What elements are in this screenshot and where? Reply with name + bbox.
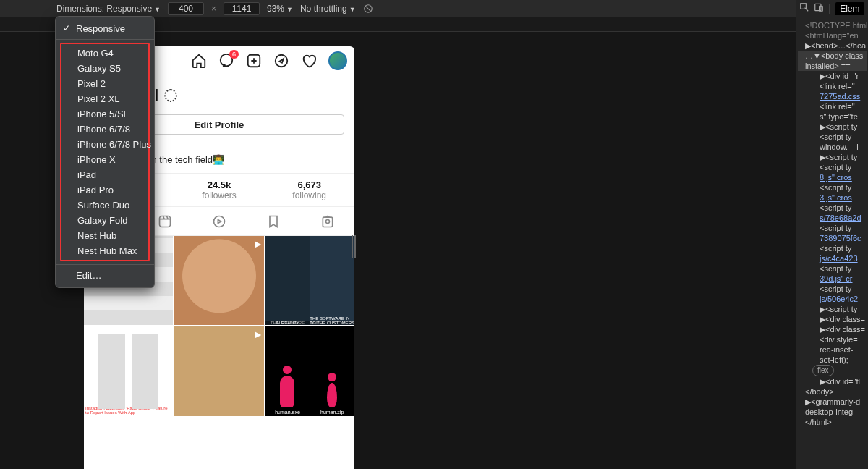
elements-tree[interactable]: <!DOCTYPE html<html lang="en▶<head>…</he… [796,17,868,430]
device-option[interactable]: Galaxy Fold [61,213,148,228]
device-toggle-icon[interactable] [814,2,824,15]
tab-video[interactable] [192,207,247,235]
post-thumb[interactable]: human.exe human.zip [265,326,354,415]
video-indicator-icon: ▶ [255,329,261,339]
elements-tab[interactable]: Elem [835,2,864,15]
device-option[interactable]: Surface Duo [61,198,148,213]
device-option[interactable]: Pixel 2 [61,76,148,91]
profile-avatar-icon[interactable] [328,51,347,70]
devtools-panel: | Elem <!DOCTYPE html<html lang="en▶<hea… [796,0,868,469]
rotate-icon[interactable] [363,4,373,14]
tab-tagged[interactable] [300,207,354,235]
stat-following[interactable]: 6,673following [264,174,354,206]
activity-icon[interactable] [301,53,317,69]
dimensions-dropdown[interactable]: Dimensions: Responsive▼ [56,4,161,14]
svg-point-6 [213,216,224,227]
post-thumb[interactable]: ▶ [174,326,263,415]
inspect-icon[interactable] [799,2,809,15]
post-thumb[interactable]: ▶ [174,236,263,325]
device-option[interactable]: iPhone 6/7/8 Plus [61,137,148,152]
tab-saved[interactable] [246,207,300,235]
resize-handle[interactable] [352,234,357,258]
device-option-responsive[interactable]: Responsive [56,21,154,36]
notification-badge: 6 [229,50,239,59]
device-option[interactable]: Moto G4 [61,46,148,61]
post-thumb[interactable]: Instagram Launches 'Rage Shake' Feature … [84,326,173,415]
device-option[interactable]: Pixel 2 XL [61,91,148,106]
svg-rect-7 [323,217,332,227]
device-dropdown: Responsive Moto G4 Galaxy S5 Pixel 2 Pix… [55,16,155,288]
device-option[interactable]: iPad Pro [61,182,148,198]
stat-followers[interactable]: 24.5kfollowers [174,174,265,206]
device-edit-option[interactable]: Edit… [56,268,154,283]
zoom-dropdown[interactable]: 93%▼ [267,4,293,14]
device-option[interactable]: iPhone 6/7/8 [61,122,148,137]
device-option[interactable]: iPad [61,167,148,182]
post-thumb[interactable]: THE SOFTWARE THE SOFTWARE IN DEMO IN REA… [265,236,354,325]
home-icon[interactable] [191,53,207,69]
thumb-caption: Instagram Launches 'Rage Shake' Feature … [84,405,173,416]
device-option[interactable]: iPhone X [61,152,148,167]
device-list-highlight: Moto G4 Galaxy S5 Pixel 2 Pixel 2 XL iPh… [60,43,150,261]
device-option[interactable]: Nest Hub Max [61,243,148,258]
dropdown-separator [56,39,154,40]
new-post-icon[interactable] [246,53,262,69]
dropdown-separator [56,264,154,265]
throttling-dropdown[interactable]: No throttling▼ [300,4,356,14]
height-input[interactable] [224,2,260,15]
messenger-icon[interactable]: 6 [218,53,234,69]
dimension-separator: × [211,4,216,14]
settings-gear-icon[interactable] [164,89,177,102]
device-option[interactable]: iPhone 5/SE [61,106,148,122]
explore-icon[interactable] [273,53,289,69]
svg-point-8 [326,219,329,223]
device-option[interactable]: Galaxy S5 [61,61,148,76]
svg-rect-10 [815,4,821,10]
device-option[interactable]: Nest Hub [61,228,148,243]
video-indicator-icon: ▶ [255,239,261,249]
svg-rect-5 [160,216,171,227]
device-toolbar: Dimensions: Responsive▼ × 93%▼ No thrott… [0,0,868,17]
width-input[interactable] [168,2,204,15]
